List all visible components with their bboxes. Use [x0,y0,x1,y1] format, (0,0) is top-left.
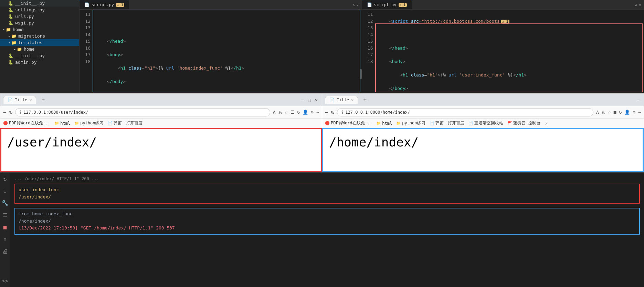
wrench-icon[interactable]: 🔧 [2,200,9,206]
close-tab-icon[interactable]: ✕ [351,98,353,102]
extensions-icon[interactable]: ⊕ [311,110,314,115]
sidebar-item-wsgi[interactable]: 🐍 wsgi.py [0,20,79,26]
left-browser-content: /user/index/ [0,128,322,172]
right-browser-tab[interactable]: 📄 Title ✕ [325,96,358,104]
bookmark-dialog[interactable]: 📄 弹窗 [430,120,444,126]
sidebar-item-label: migrations [18,33,45,39]
py-icon: 🐍 [3,1,13,6]
sidebar-item-home-folder[interactable]: ▾ 📁 home [0,26,79,33]
bookmark-baidu[interactable]: 打开百度 [126,120,142,126]
stop-icon[interactable]: ■ [3,224,7,230]
more-button[interactable]: ⋯ [316,110,319,115]
sidebar-item-settings[interactable]: 🐍 settings.py [0,7,79,13]
reload-button[interactable]: ↻ [331,109,335,115]
sidebar-item-urls[interactable]: 🐍 urls.py [0,13,79,20]
new-tab-button[interactable]: + [38,95,48,105]
back-button[interactable]: ← [3,109,7,115]
right-browser-nav: ← ↻ ℹ 127.0.0.1:8000/home/index/ A あ ☆ ■… [322,106,644,119]
bookmark-pdf[interactable]: 🔴 PDF转Word在线免... [325,120,372,126]
tab-label: script.py [92,2,114,7]
right-browser-title-bar: 📄 Title ✕ + ─ [322,94,644,106]
sidebar-item-admin[interactable]: 🐍 admin.py [0,59,79,65]
sidebar-item-templates[interactable]: ▾ 📁 templates [0,39,79,46]
py-icon: 🐍 [3,60,13,65]
right-code-area: 11 12 13 14 15 16 17 18 <script src="htt… [362,10,644,93]
profile-icon[interactable]: 👤 [303,110,308,115]
translate-icon[interactable]: あ [278,110,282,115]
bookmark-html[interactable]: 📁 html [54,121,70,126]
close-tab-icon[interactable]: ✕ [29,98,32,102]
folder-icon: 📁 [11,40,17,45]
reader-icon[interactable]: ☰ [291,110,295,115]
left-browser-tab[interactable]: 📄 Title ✕ [3,96,36,104]
sidebar-item-home-sub[interactable]: ▸ 📁 home [0,46,79,52]
tab-label: script.py [374,2,397,7]
sidebar-item-label: templates [18,40,42,45]
bookmark-lanzou[interactable]: 🚩 蓝奏云-控制台 [507,120,540,126]
close-button[interactable]: ✕ [314,97,319,103]
sidebar-item-init[interactable]: 🐍 __init__.py [0,0,79,7]
upload-icon[interactable]: ⬆ [3,236,7,243]
sidebar-item-init2[interactable]: 🐍 __init__.py [0,52,79,59]
back-button[interactable]: ← [325,109,328,115]
nav-arrows: ∧ ∨ [352,2,361,7]
address-bar[interactable]: ℹ 127.0.0.1:8000/home/index/ [337,108,593,116]
nav-down-icon[interactable]: ∨ [639,2,641,7]
nav-down-icon[interactable]: ∨ [356,2,359,7]
terminal-blue-box: from home_index_func /home/index/ [13/De… [14,208,640,235]
refresh-icon[interactable]: ↻ [619,110,622,115]
down-arrow-icon[interactable]: ↓ [3,188,7,194]
terminal-main: ... /user/index/ HTTP/1.1" 200 ... user_… [10,173,644,287]
sidebar-item-label: admin.py [15,60,37,65]
folder-icon: 📁 [17,47,22,52]
translate-icon[interactable]: あ [602,110,605,115]
nav-up-icon[interactable]: ∧ [635,2,637,7]
more-bookmarks-icon[interactable]: › [545,121,547,126]
py-icon: 🐍 [3,14,13,19]
minimize-button[interactable]: ─ [300,97,305,103]
folder-icon: 📁 [54,121,59,125]
browser-extras: A あ ☆ ■ ↻ 👤 ⊕ ⋯ [596,110,641,115]
extensions-icon[interactable]: ⊕ [633,110,635,115]
bookmark-baota[interactable]: 📄 宝塔清空回收站 [468,120,503,126]
refresh-icon[interactable]: ↻ [297,110,300,115]
bookmark-pdf[interactable]: 🔴 PDF转Word在线免... [3,120,50,126]
bookmark-html[interactable]: 📁 html [376,121,392,126]
browser-section: 📄 Title ✕ + ─ □ ✕ ← ↻ ℹ 127.0.0.1:8000/u… [0,93,644,172]
bookmark-label: 弹窗 [114,120,122,126]
refresh-icon[interactable]: ↻ [3,176,7,182]
reload-button[interactable]: ↻ [9,109,13,115]
bookmark-python[interactable]: 📁 python练习 [396,120,425,126]
font-size-icon[interactable]: A [596,110,599,115]
maximize-button[interactable]: □ [307,97,312,103]
folder-icon: 📁 [376,121,381,125]
reader-icon[interactable]: ■ [614,110,616,115]
new-tab-button[interactable]: + [360,95,370,105]
font-size-icon[interactable]: A [273,110,276,115]
bookmark-label: PDF转Word在线免... [9,120,50,126]
right-editor-tab[interactable]: 📄 script.py ⚠ 1 [362,0,412,9]
minimize-button[interactable]: ─ [635,97,641,103]
bookmark-label: html [60,121,70,126]
more-button[interactable]: ⋯ [638,110,641,115]
left-code-content[interactable]: </head> <body> <h1 class="h1">{% url 'ho… [93,10,362,93]
favorites-icon[interactable]: ☆ [608,110,611,115]
bookmark-label: html [382,121,392,126]
favorites-icon[interactable]: ☆ [285,110,288,115]
print-icon[interactable]: 🖨 [2,248,8,255]
bookmark-baidu[interactable]: 打开百度 [448,120,464,126]
profile-icon[interactable]: 👤 [624,110,630,115]
right-code-content[interactable]: <script src="http://cdn.bootcss.com/boot… [376,10,644,93]
chevron-right-icon[interactable]: >> [2,278,8,284]
bookmark-dialog[interactable]: 📄 弹窗 [108,120,122,126]
left-editor-tab[interactable]: 📄 script.py ⚠ 1 [80,0,129,9]
sidebar-item-migrations[interactable]: ▸ 📁 migrations [0,33,79,39]
bookmark-label: python练习 [402,120,425,126]
address-bar[interactable]: ℹ 127.0.0.1:8000/user/index/ [15,108,270,116]
info-icon: ℹ [20,110,21,115]
nav-up-icon[interactable]: ∧ [352,2,355,7]
bookmark-python[interactable]: 📁 python练习 [74,120,103,126]
warning-badge: ⚠ 1 [399,3,407,7]
list-icon[interactable]: ☰ [3,212,8,218]
info-icon: ℹ [341,110,343,115]
